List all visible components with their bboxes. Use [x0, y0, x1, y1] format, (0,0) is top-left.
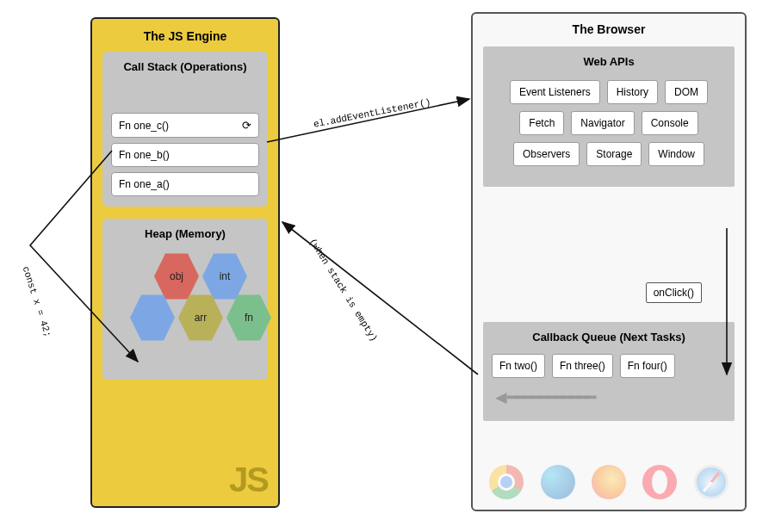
- heap-hex-fn: fn: [226, 292, 271, 343]
- onclick-label: onClick(): [646, 282, 702, 303]
- safari-icon: [694, 465, 728, 499]
- js-engine-title: The JS Engine: [102, 29, 268, 43]
- arrow-label-addeventlistener: el.addEventListener(): [313, 97, 431, 130]
- api-box: History: [607, 80, 658, 104]
- callback-queue-panel: Callback Queue (Next Tasks) Fn two() Fn …: [483, 322, 735, 421]
- heap-hex-obj: obj: [154, 251, 199, 302]
- queue-item: Fn three(): [552, 354, 613, 378]
- api-box: Console: [642, 111, 698, 135]
- heap-hex-area: obj int arr fn: [111, 251, 259, 371]
- heap-hex-int: int: [202, 251, 247, 302]
- stack-frame: Fn one_b(): [111, 143, 259, 167]
- web-apis-panel: Web APIs Event Listeners History DOM Fet…: [483, 46, 735, 187]
- api-box: DOM: [665, 80, 708, 104]
- heap-hex-empty: [130, 292, 175, 343]
- call-stack-title: Call Stack (Operations): [111, 60, 259, 73]
- browser-panel: The Browser Web APIs Event Listeners His…: [471, 12, 747, 511]
- call-stack-panel: Call Stack (Operations) Fn one_c() ⟳ Fn …: [102, 52, 268, 207]
- refresh-icon: ⟳: [242, 119, 251, 132]
- api-box: Window: [648, 142, 704, 166]
- stack-frame: Fn one_a(): [111, 172, 259, 196]
- queue-item: Fn two(): [492, 354, 545, 378]
- web-apis-title: Web APIs: [492, 55, 726, 68]
- edge-icon: [541, 465, 575, 499]
- api-box: Fetch: [519, 111, 564, 135]
- arrow-label-whenempty: (when stack is empty): [307, 237, 380, 343]
- api-box: Observers: [513, 142, 580, 166]
- arrow-label-constx: const x = 42;: [21, 265, 53, 338]
- api-box: Event Listeners: [510, 80, 600, 104]
- browser-icons-row: [473, 465, 745, 499]
- heap-hex-arr: arr: [178, 292, 223, 343]
- js-badge: JS: [229, 461, 268, 499]
- stack-frame-label: Fn one_a(): [119, 178, 170, 190]
- stack-frame: Fn one_c() ⟳: [111, 113, 259, 138]
- queue-item: Fn four(): [620, 354, 675, 378]
- firefox-icon: [592, 465, 626, 499]
- stack-frame-label: Fn one_b(): [119, 149, 170, 161]
- browser-title: The Browser: [483, 22, 735, 36]
- queue-direction-arrow-icon: ◄━━━━━━━━━━━: [492, 387, 726, 409]
- opera-icon: [642, 465, 677, 499]
- api-box: Navigator: [571, 111, 634, 135]
- js-engine-panel: The JS Engine Call Stack (Operations) Fn…: [90, 17, 280, 508]
- callback-queue-title: Callback Queue (Next Tasks): [492, 331, 726, 343]
- stack-frame-label: Fn one_c(): [119, 120, 169, 132]
- heap-title: Heap (Memory): [111, 227, 259, 240]
- api-box: Storage: [586, 142, 642, 166]
- heap-panel: Heap (Memory) obj int arr fn: [102, 219, 268, 380]
- chrome-icon: [489, 465, 524, 499]
